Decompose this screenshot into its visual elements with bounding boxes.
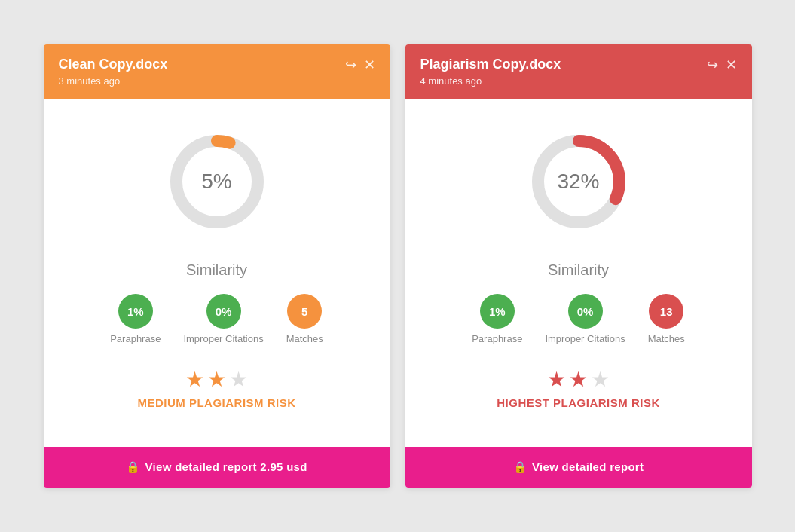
- card-title: Plagiarism Copy.docx: [420, 57, 561, 72]
- stat-label: Matches: [286, 333, 323, 344]
- card-clean-copy: Clean Copy.docx3 minutes ago↪✕ 5% Simila…: [44, 44, 390, 488]
- star-icon: ★: [185, 367, 204, 392]
- stat-item: 0%Improper Citations: [545, 294, 625, 344]
- star-icon: ★: [547, 367, 566, 392]
- card-body: 5% Similarity1%Paraphrase0%Improper Cita…: [44, 99, 390, 447]
- close-icon[interactable]: ✕: [364, 57, 375, 73]
- star-icon: ★: [591, 367, 610, 392]
- stat-item: 13Matches: [648, 294, 685, 344]
- stat-label: Matches: [648, 333, 685, 344]
- stat-badge: 1%: [480, 294, 515, 329]
- view-report-button[interactable]: 🔒View detailed report: [405, 447, 752, 488]
- star-icon: ★: [229, 367, 248, 392]
- stat-item: 1%Paraphrase: [472, 294, 522, 344]
- card-time: 3 minutes ago: [59, 75, 168, 87]
- view-report-button[interactable]: 🔒View detailed report 2.95 usd: [44, 447, 390, 488]
- cards-container: Clean Copy.docx3 minutes ago↪✕ 5% Simila…: [44, 44, 752, 488]
- donut-chart: 32%: [511, 114, 647, 249]
- card-plagiarism-copy: Plagiarism Copy.docx4 minutes ago↪✕ 32% …: [405, 44, 752, 488]
- card-header-plagiarism-copy: Plagiarism Copy.docx4 minutes ago↪✕: [405, 44, 752, 99]
- stat-item: 1%Paraphrase: [110, 294, 161, 344]
- star-icon: ★: [207, 367, 226, 392]
- stat-label: Paraphrase: [110, 333, 161, 344]
- donut-chart: 5%: [149, 114, 285, 249]
- risk-stars: ★★★: [185, 367, 248, 392]
- lock-icon: 🔒: [126, 460, 140, 473]
- donut-percent: 32%: [557, 170, 599, 194]
- risk-text: HIGHEST PLAGIARISM RISK: [497, 396, 660, 409]
- risk-section: ★★★MEDIUM PLAGIARISM RISK: [137, 359, 295, 417]
- risk-section: ★★★HIGHEST PLAGIARISM RISK: [497, 359, 660, 417]
- stat-badge: 5: [287, 294, 322, 329]
- stat-badge: 13: [649, 294, 683, 329]
- stats-row: 1%Paraphrase0%Improper Citations13Matche…: [472, 294, 685, 344]
- similarity-label: Similarity: [186, 261, 247, 279]
- stat-item: 5Matches: [286, 294, 323, 344]
- close-icon[interactable]: ✕: [726, 57, 737, 73]
- lock-icon: 🔒: [513, 460, 527, 473]
- risk-stars: ★★★: [547, 367, 610, 392]
- stats-row: 1%Paraphrase0%Improper Citations5Matches: [110, 294, 323, 344]
- stat-badge: 0%: [206, 294, 241, 329]
- share-icon[interactable]: ↪: [345, 57, 356, 73]
- stat-label: Paraphrase: [472, 333, 522, 344]
- card-body: 32% Similarity1%Paraphrase0%Improper Cit…: [405, 99, 752, 447]
- star-icon: ★: [569, 367, 588, 392]
- share-icon[interactable]: ↪: [707, 57, 718, 73]
- risk-text: MEDIUM PLAGIARISM RISK: [137, 396, 295, 409]
- card-title: Clean Copy.docx: [59, 57, 168, 72]
- similarity-label: Similarity: [548, 261, 609, 279]
- card-time: 4 minutes ago: [420, 75, 561, 87]
- stat-item: 0%Improper Citations: [183, 294, 263, 344]
- donut-percent: 5%: [201, 170, 231, 194]
- card-header-clean-copy: Clean Copy.docx3 minutes ago↪✕: [44, 44, 390, 99]
- stat-label: Improper Citations: [545, 333, 625, 344]
- stat-label: Improper Citations: [183, 333, 263, 344]
- stat-badge: 0%: [568, 294, 603, 329]
- stat-badge: 1%: [118, 294, 153, 329]
